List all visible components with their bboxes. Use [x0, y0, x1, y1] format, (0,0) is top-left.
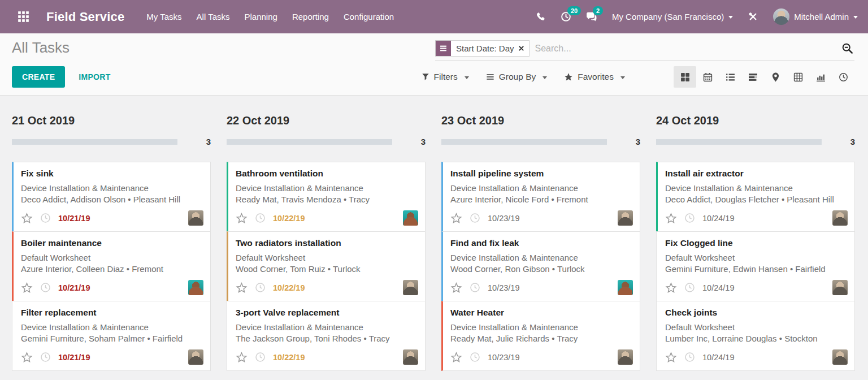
view-kanban-button[interactable] — [674, 66, 696, 88]
column-progressbar[interactable] — [441, 139, 607, 145]
column-progress: 3 — [441, 137, 640, 146]
card-title: Bathroom ventilation — [236, 169, 418, 179]
task-card[interactable]: Boiler maintenance Default Worksheet Azu… — [12, 231, 211, 301]
column-title: 24 Oct 2019 — [656, 114, 855, 127]
assignee-avatar[interactable] — [832, 280, 848, 295]
star-icon[interactable] — [450, 352, 462, 363]
view-pivot-button[interactable] — [787, 66, 809, 88]
column-progressbar[interactable] — [12, 139, 177, 145]
clock-icon[interactable] — [470, 282, 480, 293]
menu-all-tasks[interactable]: All Tasks — [189, 0, 237, 33]
star-icon[interactable] — [665, 282, 677, 293]
favorites-dropdown[interactable]: Favorites — [564, 72, 625, 82]
card-date: 10/23/19 — [488, 214, 519, 223]
view-graph-button[interactable] — [809, 66, 832, 88]
filter-facet-icon — [436, 41, 451, 56]
star-icon[interactable] — [450, 213, 462, 224]
messages-icon[interactable]: 2 — [586, 11, 597, 22]
search-facet-groupby[interactable]: Start Date: Day — [435, 40, 530, 57]
favorites-label: Favorites — [578, 72, 614, 82]
create-button[interactable]: CREATE — [12, 66, 65, 88]
clock-icon[interactable] — [684, 282, 695, 293]
activity-clock-icon[interactable]: 20 — [561, 11, 571, 22]
card-worksheet: Device Installation & Maintenance — [236, 322, 418, 333]
task-card[interactable]: Fix sink Device Installation & Maintenan… — [12, 162, 211, 232]
search-input[interactable] — [530, 44, 841, 54]
import-button[interactable]: IMPORT — [79, 72, 110, 81]
task-card[interactable]: Check joints Default Worksheet Lumber In… — [656, 301, 855, 371]
column-progressbar[interactable] — [227, 139, 392, 145]
view-calendar-button[interactable] — [696, 66, 719, 88]
kanban-column: 21 Oct 2019 3 Fix sink Device Installati… — [12, 111, 211, 380]
column-cards: Install air extractor Device Installatio… — [656, 162, 855, 370]
clock-icon[interactable] — [684, 213, 695, 223]
menu-configuration[interactable]: Configuration — [336, 0, 401, 33]
assignee-avatar[interactable] — [403, 349, 418, 365]
clock-icon[interactable] — [684, 352, 695, 362]
task-card[interactable]: Bathroom ventilation Device Installation… — [227, 162, 426, 232]
messages-badge: 2 — [593, 6, 603, 15]
assignee-avatar[interactable] — [188, 210, 203, 226]
clock-icon[interactable] — [255, 213, 266, 223]
company-switcher[interactable]: My Company (San Francisco) — [612, 12, 733, 21]
page-title: All Tasks — [12, 39, 435, 57]
assignee-avatar[interactable] — [832, 210, 848, 226]
assignee-avatar[interactable] — [188, 280, 203, 295]
clock-icon[interactable] — [40, 213, 51, 223]
star-icon[interactable] — [236, 213, 248, 224]
assignee-avatar[interactable] — [403, 280, 418, 295]
clock-icon[interactable] — [470, 213, 480, 223]
assignee-avatar[interactable] — [188, 349, 203, 365]
user-menu[interactable]: Mitchell Admin — [773, 8, 858, 25]
star-icon[interactable] — [21, 282, 33, 293]
star-icon[interactable] — [21, 213, 33, 224]
task-card[interactable]: 3-port Valve replacement Device Installa… — [227, 301, 426, 371]
menu-reporting[interactable]: Reporting — [285, 0, 336, 33]
app-title[interactable]: Field Service — [46, 10, 124, 24]
phone-icon[interactable] — [536, 12, 546, 22]
task-card[interactable]: Find and fix leak Device Installation & … — [441, 231, 640, 301]
assignee-avatar[interactable] — [618, 210, 633, 226]
star-icon[interactable] — [665, 352, 677, 363]
chevron-down-icon — [465, 76, 469, 79]
kanban-column: 22 Oct 2019 3 Bathroom ventilation Devic… — [227, 111, 426, 380]
assignee-avatar[interactable] — [618, 280, 633, 295]
clock-icon[interactable] — [255, 352, 266, 362]
menu-planning[interactable]: Planning — [237, 0, 285, 33]
star-icon[interactable] — [665, 213, 677, 224]
column-progressbar[interactable] — [656, 139, 822, 145]
apps-grid-icon[interactable] — [14, 7, 33, 27]
task-card[interactable]: Water Heater Device Installation & Maint… — [441, 301, 640, 371]
view-activity-button[interactable] — [832, 66, 854, 88]
clock-icon[interactable] — [470, 352, 480, 362]
task-card[interactable]: Two radiators installation Default Works… — [227, 231, 426, 301]
star-icon[interactable] — [236, 352, 248, 363]
tools-icon[interactable] — [748, 11, 758, 22]
menu-my-tasks[interactable]: My Tasks — [139, 0, 189, 33]
clock-icon[interactable] — [255, 282, 266, 293]
group-by-dropdown[interactable]: Group By — [486, 72, 547, 82]
star-icon[interactable] — [236, 282, 248, 293]
star-icon[interactable] — [21, 352, 33, 363]
close-icon[interactable] — [519, 41, 529, 56]
assignee-avatar[interactable] — [832, 349, 848, 365]
star-icon[interactable] — [450, 282, 462, 293]
task-card[interactable]: Fix Clogged line Default Worksheet Gemin… — [656, 231, 855, 301]
task-card[interactable]: Install pipeline system Device Installat… — [441, 162, 640, 232]
assignee-avatar[interactable] — [618, 349, 633, 365]
view-map-button[interactable] — [764, 66, 787, 88]
task-card[interactable]: Install air extractor Device Installatio… — [656, 162, 855, 232]
column-title: 22 Oct 2019 — [227, 114, 426, 127]
card-title: Fix sink — [21, 169, 203, 179]
assignee-avatar[interactable] — [403, 210, 418, 226]
filters-dropdown[interactable]: Filters — [422, 72, 469, 82]
card-date: 10/21/19 — [58, 214, 90, 223]
clock-icon[interactable] — [40, 352, 51, 362]
task-card[interactable]: Filter replacement Device Installation &… — [12, 301, 211, 371]
view-list-button[interactable] — [719, 66, 741, 88]
column-progress: 3 — [12, 137, 211, 146]
search-icon[interactable] — [841, 42, 854, 54]
view-gantt-button[interactable] — [741, 66, 764, 88]
kanban-column: 24 Oct 2019 3 Install air extractor Devi… — [656, 111, 855, 380]
clock-icon[interactable] — [40, 282, 51, 293]
